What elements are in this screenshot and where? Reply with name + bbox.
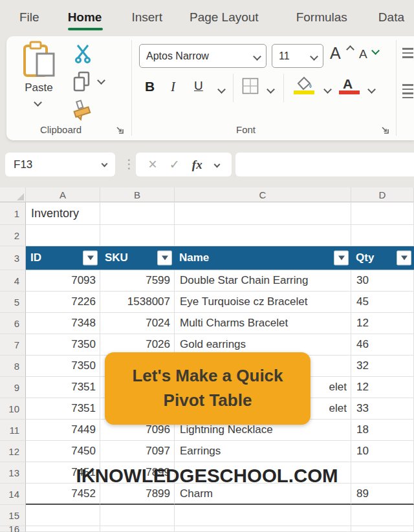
cell-D10[interactable]: 33 xyxy=(351,398,414,420)
fill-color-chevron-icon[interactable] xyxy=(323,85,332,94)
cell-A15[interactable] xyxy=(26,505,100,526)
shrink-font-button[interactable]: A xyxy=(359,47,367,61)
table-header-cell-id[interactable]: ID xyxy=(26,246,100,270)
bold-button[interactable]: B xyxy=(145,79,155,94)
cell-A16[interactable] xyxy=(26,526,100,532)
fx-chevron-icon[interactable] xyxy=(213,162,220,168)
fill-color-bucket-icon[interactable] xyxy=(295,76,314,90)
cell-D1[interactable] xyxy=(351,202,414,225)
filter-button-qty[interactable] xyxy=(397,251,411,266)
tab-insert[interactable]: Insert xyxy=(131,10,162,25)
table-header-cell-sku[interactable]: SKU xyxy=(100,246,175,270)
table-header-cell-qty[interactable]: Qty xyxy=(351,246,414,270)
cell-B1[interactable] xyxy=(100,202,175,225)
column-header-C[interactable]: C xyxy=(175,187,351,202)
cell-D11[interactable]: 18 xyxy=(351,420,414,441)
cell-D9[interactable]: 12 xyxy=(351,377,414,398)
row-number-4[interactable]: 4 xyxy=(0,270,26,292)
cell-A1[interactable]: Inventory xyxy=(26,202,100,225)
borders-chevron-icon[interactable] xyxy=(267,85,275,94)
font-size-chevron-icon[interactable] xyxy=(310,52,318,61)
tab-file[interactable]: File xyxy=(19,10,39,25)
cell-A10[interactable]: 7351 xyxy=(26,398,100,420)
cell-C15[interactable] xyxy=(175,505,351,526)
cell-A9[interactable]: 7351 xyxy=(26,377,100,398)
fill-color-swatch[interactable] xyxy=(294,90,314,94)
copy-pages-icon[interactable] xyxy=(71,71,92,93)
filter-button-sku[interactable] xyxy=(157,251,172,266)
italic-button[interactable]: I xyxy=(171,79,175,95)
cell-B16[interactable] xyxy=(100,526,175,532)
align-top-icon[interactable] xyxy=(402,48,413,58)
cell-D4[interactable]: 30 xyxy=(351,270,414,292)
font-name-combobox[interactable]: Aptos Narrow xyxy=(139,44,267,68)
paste-button[interactable]: Paste xyxy=(14,81,63,94)
cell-C12[interactable]: Earrings xyxy=(175,441,351,462)
copy-dropdown-chevron-icon[interactable] xyxy=(97,76,105,85)
font-color-swatch[interactable] xyxy=(339,90,360,94)
formula-input[interactable] xyxy=(235,153,414,176)
row-number-5[interactable]: 5 xyxy=(0,292,26,313)
grow-font-button[interactable]: A xyxy=(330,44,341,63)
row-number-11[interactable]: 11 xyxy=(0,420,26,441)
cut-scissors-icon[interactable] xyxy=(74,44,92,63)
align-text-icon[interactable] xyxy=(402,84,413,98)
cell-D8[interactable]: 32 xyxy=(351,356,414,377)
table-header-cell-name[interactable]: Name xyxy=(175,246,351,270)
cell-D16[interactable] xyxy=(351,526,414,532)
cell-A6[interactable]: 7348 xyxy=(26,313,100,334)
font-color-button[interactable]: A xyxy=(343,76,353,92)
cell-B6[interactable]: 7024 xyxy=(100,313,175,334)
cell-D5[interactable]: 45 xyxy=(351,292,414,313)
tab-data[interactable]: Data xyxy=(378,10,404,25)
paste-dropdown-chevron-icon[interactable] xyxy=(34,98,42,107)
column-header-D[interactable]: D xyxy=(351,187,414,202)
cancel-icon[interactable]: × xyxy=(148,157,157,172)
cell-B15[interactable] xyxy=(100,505,175,526)
row-number-12[interactable]: 12 xyxy=(0,441,26,462)
format-painter-brush-icon[interactable] xyxy=(70,100,93,123)
row-number-8[interactable]: 8 xyxy=(0,356,26,377)
cell-B5[interactable]: 1538007 xyxy=(100,292,175,313)
cell-B12[interactable]: 7097 xyxy=(100,441,175,462)
name-box[interactable]: F13 xyxy=(5,153,115,176)
cell-C2[interactable] xyxy=(175,225,351,246)
row-number-7[interactable]: 7 xyxy=(0,334,26,356)
cell-D7[interactable]: 46 xyxy=(351,334,414,356)
enter-check-icon[interactable]: ✓ xyxy=(169,157,180,172)
tab-home[interactable]: Home xyxy=(68,10,102,25)
cell-A12[interactable]: 7450 xyxy=(26,441,100,462)
font-size-combobox[interactable]: 11 xyxy=(272,44,323,68)
cell-A11[interactable]: 7449 xyxy=(26,420,100,441)
row-number-2[interactable]: 2 xyxy=(0,225,26,246)
row-number-3[interactable]: 3 xyxy=(0,246,26,270)
underline-chevron-icon[interactable] xyxy=(217,85,226,94)
cell-C4[interactable]: Double Star Chain Earring xyxy=(175,270,351,292)
row-number-10[interactable]: 10 xyxy=(0,398,26,420)
cell-B2[interactable] xyxy=(100,225,175,246)
cell-C5[interactable]: Eye Turquoise cz Bracelet xyxy=(175,292,351,313)
clipboard-icon[interactable] xyxy=(22,40,57,79)
cell-D6[interactable]: 12 xyxy=(351,313,414,334)
cell-C16[interactable] xyxy=(175,526,351,532)
tab-page-layout[interactable]: Page Layout xyxy=(190,10,259,25)
cell-D12[interactable]: 10 xyxy=(351,441,414,462)
font-name-chevron-icon[interactable] xyxy=(253,52,261,61)
tab-formulas[interactable]: Formulas xyxy=(296,10,347,25)
row-number-16[interactable]: 16 xyxy=(0,526,26,532)
cell-B4[interactable]: 7599 xyxy=(100,270,175,292)
clipboard-dialog-launcher-icon[interactable] xyxy=(115,125,124,134)
borders-grid-icon[interactable] xyxy=(242,78,259,94)
cell-A2[interactable] xyxy=(26,225,100,246)
font-color-chevron-icon[interactable] xyxy=(367,85,376,94)
cell-A8[interactable]: 7350 xyxy=(26,356,100,377)
insert-function-fx-icon[interactable]: fx xyxy=(192,158,202,172)
filter-button-name[interactable] xyxy=(334,251,349,266)
row-number-9[interactable]: 9 xyxy=(0,377,26,398)
cell-C6[interactable]: Multi Charms Bracelet xyxy=(175,313,351,334)
cell-A4[interactable]: 7093 xyxy=(26,270,100,292)
cell-D15[interactable] xyxy=(351,505,414,526)
cell-A5[interactable]: 7226 xyxy=(26,292,100,313)
cell-D2[interactable] xyxy=(351,225,414,246)
row-number-6[interactable]: 6 xyxy=(0,313,26,334)
